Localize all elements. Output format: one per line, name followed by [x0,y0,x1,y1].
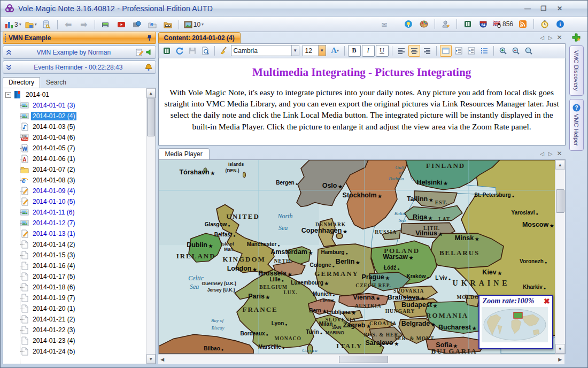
tree-item[interactable]: 2014-01-15 (3) [3,250,146,260]
reminder-bar[interactable]: Events Reminder - 00:22:28:43 [3,60,156,74]
tab-vmc-helper[interactable]: ? VMC Helper [569,99,584,151]
font-color-button[interactable]: A▾ [329,45,341,57]
tree-item[interactable]: 2014-01-11 (6) [3,207,146,218]
tree-item[interactable]: W2014-01-05 (7) [3,143,146,154]
tree-item[interactable]: 2014-01-24 (5) [3,346,146,357]
tree-scroll-thumb[interactable] [147,98,155,136]
tree-item[interactable]: 2014-01-16 (4) [3,260,146,271]
tree-item[interactable]: 2014-01-14 (2) [3,239,146,250]
tab-close-icon[interactable]: ✕ [557,150,562,157]
tab-scroll-left-icon[interactable]: ◁ [540,151,544,157]
link-video-button[interactable] [99,19,113,30]
collapse-icon[interactable] [6,49,12,56]
collapse-box-icon[interactable]: − [5,92,11,98]
timer-button[interactable] [538,18,552,30]
refresh-button[interactable] [174,45,185,57]
media-horizontal-scrollbar[interactable]: ◀ ▶ [158,354,564,364]
tree-item[interactable]: 2014-01-17 (5) [3,271,146,282]
scroll-up-icon[interactable]: ▲ [146,88,156,98]
indent-increase-button[interactable] [453,45,465,57]
bold-button[interactable]: B [348,45,361,57]
media-viewport[interactable]: NorthSeaGulfofBothniaBalticSeaCelticSeaB… [159,160,555,354]
tree-item[interactable]: 2014-01-03 (5) [3,121,146,132]
save-folder-button[interactable]: ▾ [24,19,38,30]
tree-item[interactable]: 2014-01-19 (7) [3,293,146,303]
tips-button[interactable] [401,18,415,30]
tree-root[interactable]: − 2014-01 [3,89,146,100]
world-thumbnail[interactable] [482,307,548,342]
tree-scrollbar[interactable]: ▲ ▼ [146,88,156,364]
scroll-left-icon[interactable]: ◀ [158,355,167,364]
notebook-key-button[interactable] [40,19,53,30]
route-button[interactable]: 64 [476,18,490,30]
tab-scroll-left-icon[interactable]: ◁ [540,35,544,41]
tree-item[interactable]: 2014-01-10 (5) [3,196,146,207]
tree-item[interactable]: 2014-01-22 (3) [3,325,146,335]
font-family-select[interactable]: Cambria ▼ [231,45,299,56]
bullet-list-button[interactable] [478,45,490,57]
left-panel-header[interactable]: VMN Example [3,32,156,44]
scroll-up-icon[interactable]: ▲ [555,160,565,170]
tab-scroll-right-icon[interactable]: ▷ [548,151,553,157]
tree-item[interactable]: A2014-01-06 (1) [3,154,146,164]
page-color-button[interactable] [440,45,452,57]
tree-item[interactable]: 2014-01-02 (4) [3,111,146,121]
align-left-button[interactable] [396,45,407,57]
tree-item[interactable]: 2014-01-18 (6) [3,282,146,293]
tree-item[interactable]: YouTube2014-01-04 (6) [3,132,146,143]
owner-bar[interactable]: VMN Example by Norman [3,45,156,59]
save-button[interactable] [187,45,198,57]
link-media-button[interactable] [161,45,173,57]
link-media-folder-button[interactable] [161,19,175,30]
note-editor[interactable]: Multimedia Integrating - Pictures Integr… [158,58,566,146]
diary-button[interactable] [461,18,475,30]
underline-button[interactable]: U [376,45,389,57]
tab-media-player[interactable]: Media Player [158,148,210,159]
zoom-out-button[interactable] [510,45,522,57]
minimize-button[interactable]: — [522,5,533,13]
indent-decrease-button[interactable] [466,45,477,57]
link-movie-button[interactable] [130,19,144,30]
bell-icon[interactable] [145,64,153,71]
email-button[interactable]: ✉ [377,19,391,30]
media-vertical-scrollbar[interactable]: ▲ ▼ [555,160,565,354]
italic-button[interactable]: I [362,45,375,57]
zoom-reset-button[interactable] [523,45,535,57]
speaker-icon[interactable] [146,49,153,56]
link-youtube-button[interactable] [114,19,128,30]
tree-item[interactable]: 2014-01-20 (1) [3,303,146,314]
tree-item[interactable]: 2014-01-13 (1) [3,228,146,239]
scroll-right-icon[interactable]: ▶ [556,355,564,364]
add-discovery-icon[interactable]: ★ [571,33,581,42]
edit-note-icon[interactable] [136,49,144,56]
tree-item[interactable]: 2014-01-12 (7) [3,218,146,228]
pin-icon[interactable] [146,35,152,41]
scroll-down-icon[interactable]: ▼ [146,354,156,364]
tree-item[interactable]: e2014-01-08 (3) [3,175,146,186]
tree-item[interactable]: 2014-01-01 (3) [3,100,146,111]
tree-item[interactable]: 2014-01-23 (4) [3,335,146,346]
expand-icon[interactable] [6,64,12,71]
tab-directory[interactable]: Directory [3,77,40,88]
photos-button[interactable]: 10▾ [183,19,205,30]
tab-vmc-discovery[interactable]: VMC Discovery [569,45,584,96]
maximize-button[interactable]: ❐ [538,5,549,13]
link-web-button[interactable]: e [145,19,159,30]
notes-chart-button[interactable]: 3▾ [4,19,22,30]
tree-item[interactable]: 2014-01-09 (4) [3,186,146,196]
tab-scroll-right-icon[interactable]: ▷ [548,35,553,41]
language-button[interactable]: 856 [492,18,514,30]
tab-search[interactable]: Search [40,77,72,88]
about-button[interactable]: i [553,18,567,30]
media-vscroll-thumb[interactable] [556,189,564,213]
zoom-in-button[interactable] [497,45,509,57]
preview-button[interactable] [199,45,211,57]
tab-close-icon[interactable]: ✕ [557,34,562,41]
font-size-select[interactable]: 12 ▼ [303,45,326,56]
back-button[interactable]: ⬅ [61,19,75,30]
align-center-button[interactable] [408,45,420,57]
forward-button[interactable]: ➡ [77,19,91,30]
tree-item[interactable]: 2014-01-21 (2) [3,314,146,325]
clean-format-button[interactable] [218,45,230,57]
close-icon[interactable]: ✖ [544,298,550,304]
